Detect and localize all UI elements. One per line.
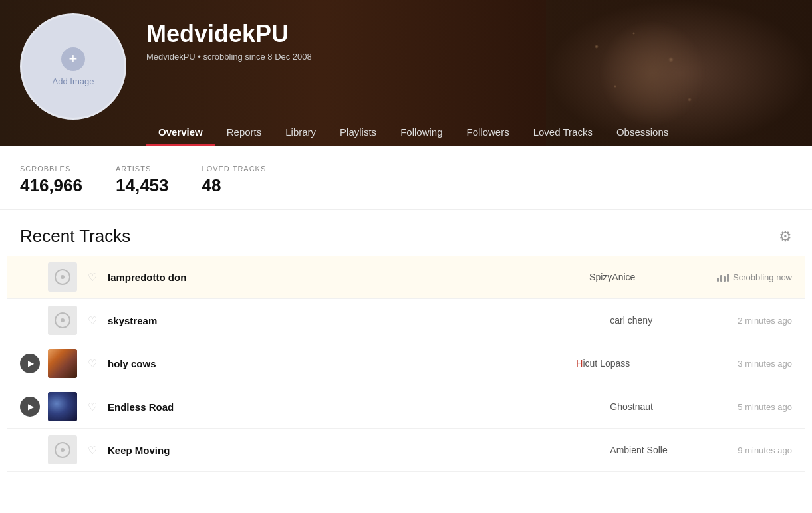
gear-icon[interactable]: ⚙ <box>779 228 792 245</box>
stats-section: SCROBBLES 416,966 ARTISTS 14,453 LOVED T… <box>0 146 812 210</box>
table-row: ▶ ♡ holy cows Hicut Lopass ⬇ ⋮ 3 minutes… <box>7 342 805 385</box>
avatar-upload[interactable]: + Add Image <box>20 13 126 120</box>
tab-library[interactable]: Library <box>273 120 328 146</box>
bar1 <box>717 278 719 282</box>
track-thumbnail <box>48 262 77 292</box>
table-row: ▶ ♡ Endless Road Ghostnaut 5 minutes ago <box>7 385 805 429</box>
play-icon: ▶ <box>28 402 34 411</box>
tab-playlists[interactable]: Playlists <box>328 120 388 146</box>
love-button[interactable]: ♡ <box>85 271 100 284</box>
bar2 <box>720 275 722 282</box>
tab-reports[interactable]: Reports <box>215 120 274 146</box>
track-artist: Ambient Solle <box>610 445 730 455</box>
tracks-list: ♡ lampredotto don SpizyAnice Scrobbling … <box>0 256 812 472</box>
scrobbling-now-indicator: Scrobbling now <box>717 272 792 282</box>
love-button[interactable]: ♡ <box>85 444 100 457</box>
disc-center <box>61 448 65 452</box>
more-icon[interactable]: ⋮ <box>719 358 730 370</box>
tab-overview[interactable]: Overview <box>146 120 215 146</box>
loved-value: 48 <box>202 175 267 196</box>
tab-obsessions[interactable]: Obsessions <box>605 120 680 146</box>
track-name: lampredotto don <box>108 272 581 283</box>
track-thumbnail <box>48 349 77 378</box>
bar4 <box>727 274 729 282</box>
artists-value: 14,453 <box>116 175 169 196</box>
track-artist: carl cheny <box>610 315 730 326</box>
tab-followers[interactable]: Followers <box>455 120 521 146</box>
artist-link-prefix[interactable]: H <box>576 358 583 369</box>
banner: + Add Image MedvidekPU MedvidekPU • scro… <box>0 0 812 146</box>
recent-tracks-header: Recent Tracks ⚙ <box>0 210 812 256</box>
add-image-label: Add Image <box>53 76 94 86</box>
track-time: 2 minutes ago <box>738 316 792 326</box>
disc-icon <box>55 269 70 285</box>
stat-scrobbles: SCROBBLES 416,966 <box>20 165 82 196</box>
stat-artists: ARTISTS 14,453 <box>116 165 169 196</box>
track-thumbnail <box>48 435 77 464</box>
table-row: ♡ skystream carl cheny 2 minutes ago <box>7 299 805 342</box>
nav-tabs: Overview Reports Library Playlists Follo… <box>146 120 680 146</box>
tab-following[interactable]: Following <box>388 120 454 146</box>
track-time: 5 minutes ago <box>738 402 792 412</box>
track-name: skystream <box>108 315 602 326</box>
love-button[interactable]: ♡ <box>85 401 100 413</box>
play-button[interactable]: ▶ <box>20 397 40 417</box>
profile-subtitle: MedvidekPU • scrobbling since 8 Dec 2008 <box>146 52 312 62</box>
download-icon[interactable]: ⬇ <box>704 358 712 370</box>
artist-name-suffix: icut Lopass <box>583 358 630 369</box>
profile-info: MedvidekPU MedvidekPU • scrobbling since… <box>146 20 312 75</box>
scrobbles-value: 416,966 <box>20 175 82 196</box>
table-row: ♡ Keep Moving Ambient Solle 9 minutes ag… <box>7 429 805 472</box>
recent-tracks-title: Recent Tracks <box>20 226 130 247</box>
disc-icon <box>55 442 70 458</box>
track-name: holy cows <box>108 358 568 369</box>
love-button[interactable]: ♡ <box>85 358 100 370</box>
disc-center <box>61 275 65 279</box>
track-name: Keep Moving <box>108 445 602 456</box>
profile-username: MedvidekPU <box>146 20 312 48</box>
plus-icon: + <box>69 52 78 66</box>
play-icon: ▶ <box>28 359 34 368</box>
track-artist: SpizyAnice <box>589 272 709 282</box>
track-time: 3 minutes ago <box>738 359 792 369</box>
table-row: ♡ lampredotto don SpizyAnice Scrobbling … <box>7 256 805 299</box>
track-artist: Ghostnaut <box>610 401 730 412</box>
track-thumbnail <box>48 392 77 421</box>
artists-label: ARTISTS <box>116 165 169 173</box>
track-artist: Hicut Lopass <box>576 358 696 369</box>
bar3 <box>724 276 726 282</box>
disc-icon <box>55 312 70 328</box>
avatar-plus-button: + <box>61 47 85 71</box>
soundbars-icon <box>717 272 729 282</box>
play-button[interactable]: ▶ <box>20 354 40 373</box>
scrobbles-label: SCROBBLES <box>20 165 82 173</box>
scrobbling-now-text: Scrobbling now <box>733 272 792 282</box>
love-button[interactable]: ♡ <box>85 314 100 327</box>
tab-loved-tracks[interactable]: Loved Tracks <box>521 120 605 146</box>
track-name: Endless Road <box>108 401 602 413</box>
track-thumbnail <box>48 306 77 335</box>
loved-label: LOVED TRACKS <box>202 165 267 173</box>
disc-center <box>61 318 65 322</box>
track-time: 9 minutes ago <box>738 445 792 455</box>
stat-loved: LOVED TRACKS 48 <box>202 165 267 196</box>
